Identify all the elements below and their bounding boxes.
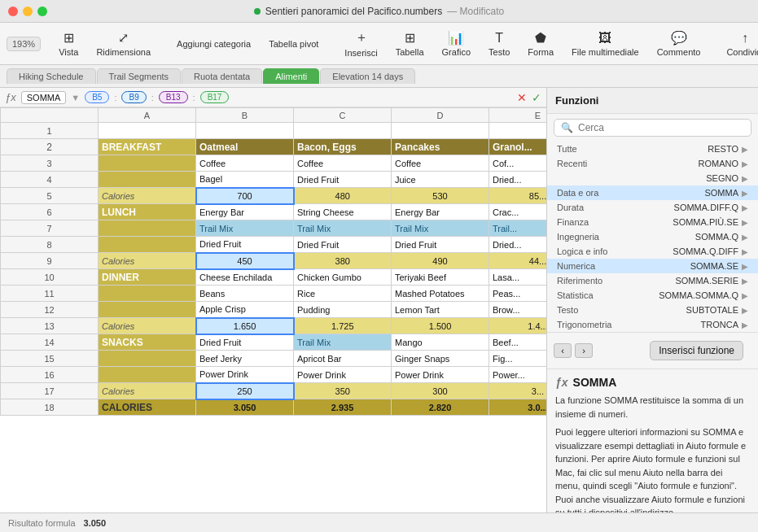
category-recenti[interactable]: Recenti ROMANO ▶ bbox=[547, 156, 758, 171]
nav-next-button[interactable]: › bbox=[575, 343, 593, 358]
cell-e4[interactable]: Dried... bbox=[489, 172, 547, 188]
cell-e1[interactable] bbox=[489, 123, 547, 139]
category-testo[interactable]: Testo SUBTOTALE ▶ bbox=[547, 303, 758, 317]
cell-b2[interactable]: Oatmeal bbox=[196, 139, 294, 155]
cell-c5[interactable]: 480 bbox=[294, 188, 392, 204]
cell-a9[interactable]: Calories bbox=[99, 253, 196, 269]
cell-d10[interactable]: Teriyaki Beef bbox=[392, 269, 489, 286]
cell-d7[interactable]: Trail Mix bbox=[392, 220, 489, 237]
cell-d16[interactable]: Power Drink bbox=[392, 367, 489, 383]
cell-d6[interactable]: Energy Bar bbox=[392, 204, 489, 220]
cell-d1[interactable] bbox=[392, 123, 489, 139]
cell-a1[interactable] bbox=[99, 123, 196, 139]
cell-b4[interactable]: Bagel bbox=[196, 172, 294, 188]
col-header-d[interactable]: D bbox=[392, 108, 489, 123]
cell-c3[interactable]: Coffee bbox=[294, 155, 392, 172]
view-button[interactable]: ⊞ Vista bbox=[50, 27, 86, 60]
cell-d14[interactable]: Mango bbox=[392, 334, 489, 351]
cell-a10[interactable]: DINNER bbox=[99, 269, 196, 286]
formula-pill-b13[interactable]: B13 bbox=[159, 91, 188, 103]
cell-d4[interactable]: Juice bbox=[392, 172, 489, 188]
cell-c8[interactable]: Dried Fruit bbox=[294, 237, 392, 253]
cell-c17[interactable]: 350 bbox=[294, 383, 392, 399]
share-button[interactable]: ↑ Condividi bbox=[718, 28, 758, 60]
formula-accept-button[interactable]: ✓ bbox=[532, 91, 541, 104]
tab-ruota-dentata[interactable]: Ruota dentata bbox=[182, 68, 262, 84]
cell-b14[interactable]: Dried Fruit bbox=[196, 334, 294, 351]
cell-b16[interactable]: Power Drink bbox=[196, 367, 294, 383]
cell-a12[interactable] bbox=[99, 302, 196, 318]
cell-b3[interactable]: Coffee bbox=[196, 155, 294, 172]
cell-c18[interactable]: 2.935 bbox=[294, 399, 392, 416]
cell-e14[interactable]: Beef... bbox=[489, 334, 547, 351]
category-riferimento[interactable]: Riferimento SOMMA.SERIE ▶ bbox=[547, 273, 758, 288]
cell-a14[interactable]: SNACKS bbox=[99, 334, 196, 351]
minimize-button[interactable] bbox=[23, 7, 33, 16]
cell-c12[interactable]: Pudding bbox=[294, 302, 392, 318]
cell-reference[interactable]: SOMMA bbox=[21, 91, 67, 104]
close-button[interactable] bbox=[8, 7, 18, 16]
cell-a5[interactable]: Calories bbox=[99, 188, 196, 204]
cell-c15[interactable]: Apricot Bar bbox=[294, 351, 392, 367]
cell-c13[interactable]: 1.725 bbox=[294, 318, 392, 334]
cell-c1[interactable] bbox=[294, 123, 392, 139]
cell-d12[interactable]: Lemon Tart bbox=[392, 302, 489, 318]
cell-d8[interactable]: Dried Fruit bbox=[392, 237, 489, 253]
search-input[interactable] bbox=[578, 122, 744, 133]
cell-d15[interactable]: Ginger Snaps bbox=[392, 351, 489, 367]
cell-e5[interactable]: 85... bbox=[489, 188, 547, 204]
formula-pill-b5[interactable]: B5 bbox=[85, 91, 109, 103]
text-button[interactable]: T Testo bbox=[480, 28, 518, 60]
cell-e10[interactable]: Lasa... bbox=[489, 269, 547, 286]
zoom-level[interactable]: 193% bbox=[7, 37, 41, 51]
cell-b9[interactable]: 450 bbox=[196, 253, 294, 269]
category-trigonometria[interactable]: Trigonometria TRONCA ▶ bbox=[547, 317, 758, 332]
cell-b15[interactable]: Beef Jerky bbox=[196, 351, 294, 367]
cell-a13[interactable]: Calories bbox=[99, 318, 196, 334]
category-tutte[interactable]: Tutte RESTO ▶ bbox=[547, 142, 758, 156]
cell-d5[interactable]: 530 bbox=[392, 188, 489, 204]
cell-c4[interactable]: Dried Fruit bbox=[294, 172, 392, 188]
cell-e15[interactable]: Fig... bbox=[489, 351, 547, 367]
formula-pill-b17[interactable]: B17 bbox=[200, 91, 230, 103]
cell-c9[interactable]: 380 bbox=[294, 253, 392, 269]
cell-b13[interactable]: 1.650 bbox=[196, 318, 294, 334]
cell-b7[interactable]: Trail Mix bbox=[196, 220, 294, 237]
cell-b17[interactable]: 250 bbox=[196, 383, 294, 399]
tab-elevation[interactable]: Elevation 14 days bbox=[320, 68, 415, 84]
cell-e6[interactable]: Crac... bbox=[489, 204, 547, 220]
cell-c7[interactable]: Trail Mix bbox=[294, 220, 392, 237]
category-finanza[interactable]: Finanza SOMMA.PIÙ.SE ▶ bbox=[547, 215, 758, 229]
cell-d11[interactable]: Mashed Potatoes bbox=[392, 286, 489, 302]
category-statistica[interactable]: Statistica SOMMA.SOMMA.Q ▶ bbox=[547, 288, 758, 303]
cell-a4[interactable] bbox=[99, 172, 196, 188]
table-button[interactable]: ⊞ Tabella bbox=[388, 27, 432, 60]
pivot-table-button[interactable]: Tabella pivot bbox=[261, 36, 326, 52]
cell-a6[interactable]: LUNCH bbox=[99, 204, 196, 220]
insert-button[interactable]: ＋ Inserisci bbox=[336, 26, 385, 61]
chart-button[interactable]: 📊 Grafico bbox=[434, 27, 479, 60]
media-button[interactable]: 🖼 File multimediale bbox=[563, 28, 647, 60]
search-box[interactable]: 🔍 bbox=[554, 119, 751, 137]
cell-e9[interactable]: 44... bbox=[489, 253, 547, 269]
cell-d17[interactable]: 300 bbox=[392, 383, 489, 399]
formula-pill-b9[interactable]: B9 bbox=[121, 91, 146, 103]
cell-a16[interactable] bbox=[99, 367, 196, 383]
tab-alimenti[interactable]: Alimenti bbox=[263, 68, 319, 84]
cell-c16[interactable]: Power Drink bbox=[294, 367, 392, 383]
category-logica[interactable]: Logica e info SOMMA.Q.DIFF ▶ bbox=[547, 244, 758, 259]
cell-c11[interactable]: Rice bbox=[294, 286, 392, 302]
shape-button[interactable]: ⬟ Forma bbox=[519, 27, 562, 60]
sheet-grid[interactable]: A B C D E 1 bbox=[0, 107, 546, 512]
cell-a3[interactable] bbox=[99, 155, 196, 172]
nav-prev-button[interactable]: ‹ bbox=[554, 343, 572, 358]
cell-e16[interactable]: Power... bbox=[489, 367, 547, 383]
cell-a15[interactable] bbox=[99, 351, 196, 367]
cell-b10[interactable]: Cheese Enchilada bbox=[196, 269, 294, 286]
insert-function-button[interactable]: Inserisci funzione bbox=[650, 341, 743, 360]
cell-a17[interactable]: Calories bbox=[99, 383, 196, 399]
cell-e11[interactable]: Peas... bbox=[489, 286, 547, 302]
window-controls[interactable] bbox=[8, 7, 47, 16]
cell-b5[interactable]: 700 bbox=[196, 188, 294, 204]
cell-b11[interactable]: Beans bbox=[196, 286, 294, 302]
